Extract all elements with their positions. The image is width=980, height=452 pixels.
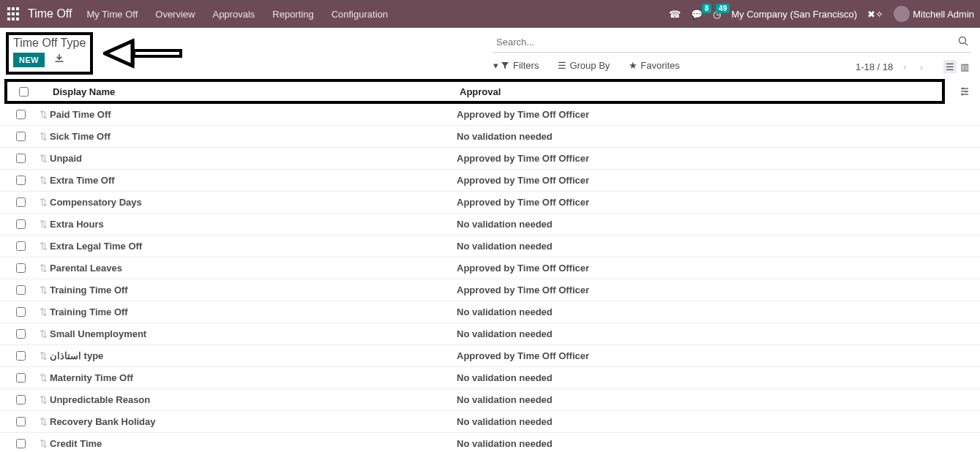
row-checkbox-cell: [4, 154, 37, 163]
support-icon[interactable]: ☎: [669, 9, 681, 20]
row-approval: Approved by Time Off Officer: [457, 153, 980, 164]
drag-handle-icon[interactable]: ⇅: [37, 350, 50, 361]
drag-handle-icon[interactable]: ⇅: [37, 306, 50, 317]
tools-icon[interactable]: ✖✧: [867, 9, 883, 20]
row-checkbox[interactable]: [16, 241, 26, 251]
table-row[interactable]: ⇅Extra Legal Time OffNo validation neede…: [0, 236, 980, 257]
row-checkbox[interactable]: [16, 219, 26, 229]
table-row[interactable]: ⇅Credit TimeNo validation needed: [0, 433, 980, 452]
apps-icon[interactable]: [6, 7, 20, 21]
table-row[interactable]: ⇅Sick Time OffNo validation needed: [0, 126, 980, 148]
row-checkbox[interactable]: [16, 439, 26, 448]
row-display-name: Parental Leaves: [50, 263, 457, 274]
row-checkbox[interactable]: [16, 154, 26, 163]
new-button[interactable]: NEW: [13, 53, 45, 67]
header-approval[interactable]: Approval: [460, 86, 942, 97]
filters-button[interactable]: ▾Filters: [493, 60, 539, 71]
row-checkbox[interactable]: [16, 351, 26, 361]
nav-item-configuration[interactable]: Configuration: [332, 9, 388, 20]
row-checkbox[interactable]: [16, 263, 26, 273]
row-checkbox[interactable]: [16, 176, 26, 185]
row-checkbox[interactable]: [16, 197, 26, 207]
nav-items: My Time Off Overview Approvals Reporting…: [86, 9, 388, 20]
user-menu[interactable]: Mitchell Admin: [894, 6, 974, 22]
search-input[interactable]: [493, 35, 955, 49]
row-checkbox[interactable]: [16, 132, 26, 141]
pager-next-icon[interactable]: ›: [917, 61, 926, 72]
table-row[interactable]: ⇅Small UnemploymentNo validation needed: [0, 323, 980, 345]
top-nav: Time Off My Time Off Overview Approvals …: [0, 0, 980, 28]
kanban-view-icon[interactable]: ▥: [958, 60, 971, 73]
row-checkbox[interactable]: [16, 417, 26, 426]
row-approval: No validation needed: [457, 328, 980, 339]
drag-handle-icon[interactable]: ⇅: [37, 372, 50, 383]
brand-title[interactable]: Time Off: [28, 7, 72, 20]
optional-columns-icon[interactable]: [960, 86, 970, 99]
table-row[interactable]: ⇅UnpaidApproved by Time Off Officer: [0, 148, 980, 170]
table-row[interactable]: ⇅استاذان typeApproved by Time Off Office…: [0, 345, 980, 367]
download-icon[interactable]: [55, 54, 64, 65]
row-checkbox[interactable]: [16, 395, 26, 404]
nav-item-reporting[interactable]: Reporting: [272, 9, 313, 20]
groupby-button[interactable]: ☰Group By: [558, 60, 610, 71]
svg-point-6: [962, 94, 964, 96]
drag-handle-icon[interactable]: ⇅: [37, 241, 50, 252]
row-display-name: Paid Time Off: [50, 109, 457, 120]
list-view-icon[interactable]: ☰: [943, 60, 957, 73]
toolbar: Time Off Type NEW ▾Filters ☰Group By ★Fa…: [0, 28, 980, 76]
row-checkbox-cell: [4, 439, 37, 448]
select-all-checkbox[interactable]: [19, 87, 29, 97]
search-icon[interactable]: [955, 36, 971, 48]
header-display-name[interactable]: Display Name: [53, 86, 460, 97]
drag-handle-icon[interactable]: ⇅: [37, 394, 50, 405]
drag-handle-icon[interactable]: ⇅: [37, 109, 50, 120]
drag-handle-icon[interactable]: ⇅: [37, 328, 50, 339]
table-row[interactable]: ⇅Unpredictable ReasonNo validation neede…: [0, 389, 980, 411]
row-checkbox[interactable]: [16, 329, 26, 339]
table-row[interactable]: ⇅Compensatory DaysApproved by Time Off O…: [0, 192, 980, 214]
drag-handle-icon[interactable]: ⇅: [37, 219, 50, 230]
row-checkbox-cell: [4, 132, 37, 141]
nav-item-my-time-off[interactable]: My Time Off: [86, 9, 138, 20]
breadcrumb[interactable]: Time Off Type: [13, 37, 86, 50]
row-display-name: Credit Time: [50, 438, 457, 449]
nav-item-overview[interactable]: Overview: [155, 9, 195, 20]
table-row[interactable]: ⇅Extra Time OffApproved by Time Off Offi…: [0, 170, 980, 192]
drag-handle-icon[interactable]: ⇅: [37, 197, 50, 208]
table-row[interactable]: ⇅Paid Time OffApproved by Time Off Offic…: [0, 104, 980, 126]
favorites-label: Favorites: [640, 60, 679, 71]
row-checkbox[interactable]: [16, 285, 26, 295]
pager-prev-icon[interactable]: ‹: [900, 61, 909, 72]
drag-handle-icon[interactable]: ⇅: [37, 153, 50, 164]
table-row[interactable]: ⇅Parental LeavesApproved by Time Off Off…: [0, 257, 980, 279]
annotation-arrow: [103, 37, 184, 70]
favorites-button[interactable]: ★Favorites: [629, 60, 679, 71]
row-checkbox[interactable]: [16, 373, 26, 383]
table-row[interactable]: ⇅Extra HoursNo validation needed: [0, 214, 980, 236]
messages-icon[interactable]: 💬8: [691, 9, 703, 20]
table-row[interactable]: ⇅Maternity Time OffNo validation needed: [0, 367, 980, 389]
drag-handle-icon[interactable]: ⇅: [37, 263, 50, 274]
drag-handle-icon[interactable]: ⇅: [37, 416, 50, 427]
row-display-name: Maternity Time Off: [50, 372, 457, 383]
company-switcher[interactable]: My Company (San Francisco): [731, 9, 857, 20]
table-row[interactable]: ⇅Recovery Bank HolidayNo validation need…: [0, 411, 980, 433]
drag-handle-icon[interactable]: ⇅: [37, 285, 50, 295]
row-checkbox-cell: [4, 351, 37, 361]
svg-point-5: [965, 91, 968, 93]
drag-handle-icon[interactable]: ⇅: [37, 175, 50, 186]
activities-icon[interactable]: ◷49: [713, 9, 721, 20]
table-row[interactable]: ⇅Training Time OffNo validation needed: [0, 301, 980, 323]
row-checkbox-cell: [4, 110, 37, 119]
row-approval: No validation needed: [457, 306, 980, 317]
nav-item-approvals[interactable]: Approvals: [212, 9, 255, 20]
row-checkbox[interactable]: [16, 307, 26, 317]
row-checkbox[interactable]: [16, 110, 26, 119]
table-row[interactable]: ⇅Training Time OffApproved by Time Off O…: [0, 279, 980, 301]
table-header-highlight-box: Display Name Approval: [4, 79, 945, 104]
pager-text[interactable]: 1-18 / 18: [856, 61, 893, 72]
drag-handle-icon[interactable]: ⇅: [37, 131, 50, 142]
row-display-name: Unpredictable Reason: [50, 394, 457, 405]
row-approval: No validation needed: [457, 131, 980, 142]
drag-handle-icon[interactable]: ⇅: [37, 438, 50, 449]
